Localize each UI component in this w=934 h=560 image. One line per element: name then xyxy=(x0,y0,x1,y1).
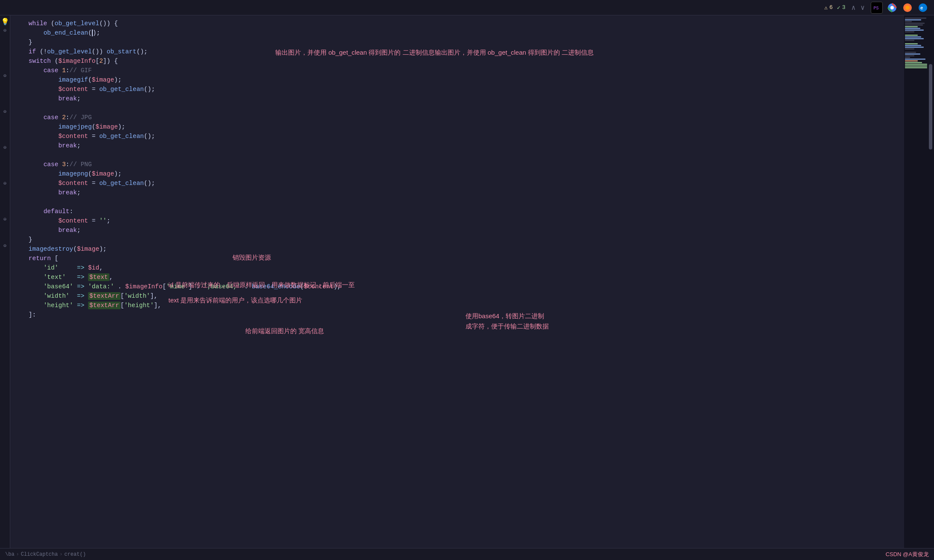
nav-arrows: ∧ ∨ xyxy=(850,3,866,13)
minimap-line xyxy=(905,62,922,63)
code-line-30: 'width' => $textArr['width'], xyxy=(10,291,904,301)
code-line-31: 'height' => $textArr['height'], xyxy=(10,301,904,310)
phpstorm-icon[interactable]: PS xyxy=(871,2,883,14)
minimap-content xyxy=(904,15,934,70)
breadcrumb: \ba › ClickCaptcha › creat() xyxy=(5,551,86,557)
fold-indicator-1[interactable]: ⊖ xyxy=(2,27,8,33)
path-segment-2: creat() xyxy=(64,551,85,557)
code-line-24: } xyxy=(10,235,904,244)
code-line-7: imagegif($image); xyxy=(10,75,904,85)
code-line-14: break; xyxy=(10,141,904,150)
code-line-4: if (!ob_get_level()) ob_start(); xyxy=(10,47,904,56)
code-area[interactable]: while (ob_get_level()) { ob_end_clean();… xyxy=(10,15,904,548)
path-sep-1: › xyxy=(16,551,19,557)
left-gutter: 💡 ⊖ ⊖ ⊖ ⊖ ⊖ ⊖ ⊖ xyxy=(0,15,10,548)
minimap-line xyxy=(905,52,916,53)
code-line-28: 'text' => $text, xyxy=(10,273,904,282)
svg-text:e: e xyxy=(920,6,923,11)
code-line-29: 'base64' => 'data:' . $imageInfo['mime']… xyxy=(10,282,904,291)
svg-point-5 xyxy=(905,6,910,10)
edge-icon[interactable]: e xyxy=(917,2,929,14)
svg-point-3 xyxy=(890,6,894,9)
minimap-line xyxy=(905,59,925,60)
code-line-6: case 1:// GIF xyxy=(10,66,904,75)
code-line-25: imagedestroy($image); xyxy=(10,244,904,254)
minimap-line xyxy=(905,60,918,62)
minimap-line xyxy=(905,38,924,39)
code-line-22: $content = ''; xyxy=(10,216,904,226)
minimap-line xyxy=(905,55,914,56)
minimap-line xyxy=(905,18,926,19)
nav-down-arrow[interactable]: ∨ xyxy=(859,3,866,13)
minimap-line xyxy=(905,28,920,29)
code-line-1: while (ob_get_level()) { xyxy=(10,19,904,28)
code-line-13: $content = ob_get_clean(); xyxy=(10,132,904,141)
minimap-line xyxy=(905,21,912,22)
code-line-8: $content = ob_get_clean(); xyxy=(10,85,904,94)
top-bar: ⚠ 6 ✓ 3 ∧ ∨ PS xyxy=(0,0,934,15)
svg-text:PS: PS xyxy=(874,6,879,11)
code-line-32: ]: xyxy=(10,310,904,320)
editor-container: ⚠ 6 ✓ 3 ∧ ∨ PS xyxy=(0,0,934,560)
code-line-26: return [ xyxy=(10,254,904,263)
warning-badge: ⚠ 6 xyxy=(824,4,833,11)
minimap-line xyxy=(905,43,918,44)
success-icon: ✓ xyxy=(837,4,840,11)
main-area: 💡 ⊖ ⊖ ⊖ ⊖ ⊖ ⊖ ⊖ while (ob_get_level()) { xyxy=(0,15,934,548)
fold-indicator-6[interactable]: ⊖ xyxy=(2,216,8,222)
path-root: \ba xyxy=(5,551,15,557)
code-line-3: } xyxy=(10,38,904,47)
minimap-line xyxy=(905,35,918,36)
minimap-line xyxy=(905,65,927,67)
fold-indicator-7[interactable]: ⊖ xyxy=(2,243,8,249)
firefox-icon[interactable] xyxy=(902,2,913,14)
minimap-scrollbar[interactable] xyxy=(929,64,932,150)
minimap-line xyxy=(905,64,927,65)
code-line-9: break; xyxy=(10,94,904,103)
bulb-icon[interactable]: 💡 xyxy=(1,18,9,26)
minimap-line xyxy=(905,57,910,58)
status-bar: \ba › ClickCaptcha › creat() CSDN @A黄俊龙 xyxy=(0,548,934,560)
code-line-11: case 2:// JPG xyxy=(10,113,904,122)
minimap-area xyxy=(904,15,934,548)
code-line-27: 'id' => $id, xyxy=(10,263,904,273)
minimap-line xyxy=(905,29,924,31)
minimap-line xyxy=(905,26,918,27)
code-line-21: default: xyxy=(10,207,904,216)
code-line-10 xyxy=(10,103,904,113)
minimap-line xyxy=(905,45,921,46)
nav-up-arrow[interactable]: ∧ xyxy=(850,3,857,13)
path-segment-1: ClickCaptcha xyxy=(21,551,58,557)
warning-icon: ⚠ xyxy=(824,4,828,11)
code-line-18: $content = ob_get_clean(); xyxy=(10,179,904,188)
minimap-line xyxy=(905,48,914,50)
minimap-line xyxy=(905,41,907,43)
chrome-icon[interactable] xyxy=(886,2,898,14)
code-line-16: case 3:// PNG xyxy=(10,160,904,169)
code-line-15 xyxy=(10,150,904,160)
code-line-17: imagepng($image); xyxy=(10,169,904,179)
code-line-12: imagejpeg($image); xyxy=(10,122,904,132)
code-line-2: ob_end_clean(); xyxy=(10,28,904,38)
minimap-line xyxy=(905,19,921,21)
warning-count: 6 xyxy=(829,4,833,11)
minimap-line xyxy=(905,53,920,55)
code-line-23: break; xyxy=(10,226,904,235)
fold-indicator-3[interactable]: ⊖ xyxy=(2,108,8,114)
fold-indicator-5[interactable]: ⊖ xyxy=(2,180,8,186)
browser-icons: PS xyxy=(871,2,929,14)
csdn-badge: CSDN @A黄俊龙 xyxy=(886,551,929,558)
code-line-19: break; xyxy=(10,188,904,197)
path-sep-2: › xyxy=(59,551,62,557)
minimap-line xyxy=(905,47,924,48)
code-line-5: switch ($imageInfo[2]) { xyxy=(10,56,904,66)
minimap-line xyxy=(905,24,923,26)
minimap-line xyxy=(905,40,914,41)
minimap-line xyxy=(905,36,921,38)
success-count: 3 xyxy=(842,4,846,11)
success-badge: ✓ 3 xyxy=(837,4,846,11)
code-line-20 xyxy=(10,197,904,207)
fold-indicator-2[interactable]: ⊖ xyxy=(2,73,8,79)
minimap-line xyxy=(905,67,927,68)
fold-indicator-4[interactable]: ⊖ xyxy=(2,144,8,150)
